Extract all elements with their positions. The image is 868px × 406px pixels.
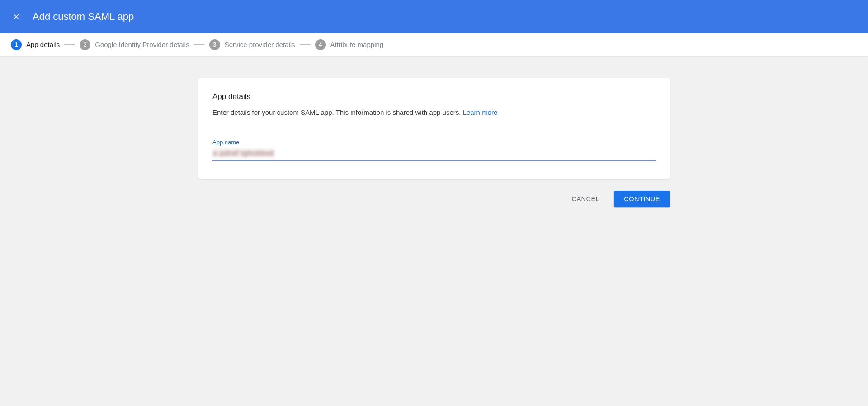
stepper: 1 App details 2 Google Identity Provider… bbox=[0, 33, 868, 56]
step-service-provider-details[interactable]: 3 Service provider details bbox=[209, 39, 295, 50]
learn-more-link[interactable]: Learn more bbox=[463, 109, 498, 116]
card-description: Enter details for your custom SAML app. … bbox=[212, 108, 656, 117]
step-google-idp-details[interactable]: 2 Google Identity Provider details bbox=[80, 39, 189, 50]
step-connector bbox=[300, 44, 311, 45]
cancel-button[interactable]: CANCEL bbox=[566, 191, 605, 207]
close-icon[interactable] bbox=[11, 11, 22, 22]
step-number: 1 bbox=[11, 39, 22, 50]
header-bar: Add custom SAML app bbox=[0, 0, 868, 33]
step-attribute-mapping[interactable]: 4 Attribute mapping bbox=[315, 39, 384, 50]
step-app-details[interactable]: 1 App details bbox=[11, 39, 60, 50]
step-connector bbox=[64, 44, 75, 45]
step-number: 3 bbox=[209, 39, 220, 50]
app-name-value: s pdraf tghckbsd bbox=[212, 149, 274, 157]
step-number: 4 bbox=[315, 39, 326, 50]
step-label: App details bbox=[26, 41, 60, 48]
step-number: 2 bbox=[80, 39, 90, 50]
step-label: Service provider details bbox=[225, 41, 295, 48]
step-label: Attribute mapping bbox=[330, 41, 384, 48]
app-name-label: App name bbox=[212, 139, 656, 146]
step-label: Google Identity Provider details bbox=[95, 41, 189, 48]
card-title: App details bbox=[212, 92, 656, 101]
app-details-card: App details Enter details for your custo… bbox=[198, 78, 670, 179]
continue-button[interactable]: CONTINUE bbox=[614, 191, 670, 207]
button-row: CANCEL CONTINUE bbox=[198, 191, 670, 207]
app-name-field: App name s pdraf tghckbsd bbox=[212, 139, 656, 161]
card-description-text: Enter details for your custom SAML app. … bbox=[212, 109, 463, 116]
page-title: Add custom SAML app bbox=[33, 11, 134, 23]
content-area: App details Enter details for your custo… bbox=[0, 56, 868, 207]
step-connector bbox=[194, 44, 205, 45]
app-name-input[interactable]: s pdraf tghckbsd bbox=[212, 147, 656, 161]
